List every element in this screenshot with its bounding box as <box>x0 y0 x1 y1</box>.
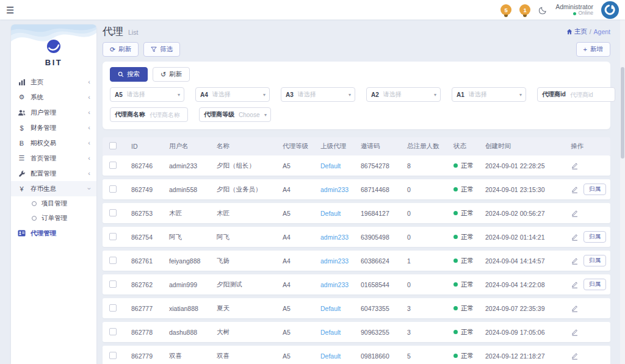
filter-row-1: A5请选择▾A4请选择▾A3请选择▾A2请选择▾A1请选择▾代理商id <box>110 87 603 102</box>
filter-button[interactable]: 筛选 <box>143 42 180 57</box>
scrollbar-thumb[interactable] <box>621 67 624 159</box>
column-header-状态: 状态 <box>448 142 480 151</box>
chevron-down-icon: ▾ <box>345 92 355 98</box>
edit-icon[interactable] <box>571 280 579 288</box>
online-dot-icon <box>573 12 576 15</box>
level-select-A4[interactable]: A4请选择▾ <box>195 87 270 102</box>
chevron-left-icon: ‹ <box>88 170 90 177</box>
chevron-down-icon: ▾ <box>174 92 184 98</box>
level-select-A1[interactable]: A1请选择▾ <box>452 87 526 102</box>
level-select-A5[interactable]: A5请选择▾ <box>110 87 184 102</box>
edit-icon[interactable] <box>571 185 579 193</box>
agent-id-input[interactable] <box>570 91 615 98</box>
parent-agent-link[interactable]: Default <box>315 162 355 170</box>
cell-id: 862754 <box>126 234 164 241</box>
row-checkbox[interactable] <box>109 304 117 312</box>
dark-mode-toggle-icon[interactable] <box>538 5 547 15</box>
status-badge: 正常 <box>448 162 480 170</box>
level-select-A2[interactable]: A2请选择▾ <box>366 87 441 102</box>
assign-button[interactable]: 归属 <box>583 231 606 243</box>
reset-button[interactable]: ↺ 刷新 <box>153 67 190 82</box>
parent-agent-link[interactable]: Default <box>315 210 355 217</box>
sidebar-item-财务管理[interactable]: $财务管理‹ <box>11 120 96 135</box>
bullet-circle-icon <box>32 201 37 206</box>
sidebar-item-用户管理[interactable]: 用户管理‹ <box>11 105 96 120</box>
agent-level-select[interactable]: 代理商等级 Choose ▾ <box>199 107 271 122</box>
assign-button[interactable]: 归属 <box>583 279 606 290</box>
sidebar-item-系统[interactable]: ⚙系统‹ <box>11 90 96 105</box>
sidebar-subitem-label: 订单管理 <box>42 214 67 223</box>
page-subtitle: List <box>128 29 138 36</box>
agent-icon <box>17 230 26 237</box>
cell-level: A4 <box>277 257 315 265</box>
sidebar-toggle-icon[interactable]: ☰ <box>6 5 14 15</box>
edit-icon[interactable] <box>571 257 579 265</box>
edit-icon[interactable] <box>571 233 579 241</box>
avatar[interactable] <box>601 1 619 19</box>
parent-agent-link[interactable]: admin233 <box>315 186 355 193</box>
sidebar-item-存币生息[interactable]: ¥存币生息‹ <box>11 181 96 196</box>
refresh-icon: ⟳ <box>110 46 115 53</box>
row-actions <box>565 162 610 170</box>
notification-badge-2[interactable]: 1 <box>519 4 530 15</box>
cell-name: 阿飞 <box>211 233 277 241</box>
edit-icon[interactable] <box>571 328 579 336</box>
sidebar-subitem-订单管理[interactable]: 订单管理 <box>11 211 96 226</box>
page-title: 代理 <box>103 24 123 38</box>
cell-id: 862778 <box>126 329 164 336</box>
parent-agent-link[interactable]: Default <box>315 352 355 360</box>
plus-icon: + <box>583 46 587 53</box>
notification-badge-1[interactable]: 5 <box>500 4 511 15</box>
cell-registrations: 1 <box>402 257 448 265</box>
add-button[interactable]: + 新增 <box>576 42 610 57</box>
cell-invite-code: 60386624 <box>355 257 402 265</box>
row-checkbox[interactable] <box>109 352 117 359</box>
agent-name-input[interactable] <box>150 112 187 118</box>
select-all-checkbox[interactable] <box>109 142 117 149</box>
level-select-A3[interactable]: A3请选择▾ <box>281 87 355 102</box>
status-badge: 正常 <box>448 185 480 194</box>
row-checkbox[interactable] <box>109 328 117 335</box>
parent-agent-link[interactable]: admin233 <box>315 257 355 265</box>
sidebar-item-代理管理[interactable]: 代理管理 <box>11 226 96 241</box>
search-button[interactable]: 搜索 <box>110 67 148 82</box>
parent-agent-link[interactable]: Default <box>315 329 355 336</box>
cell-created: 2024-09-02 00:56:27 <box>480 210 565 217</box>
parent-agent-link[interactable]: Default <box>315 305 355 312</box>
row-checkbox[interactable] <box>109 162 117 169</box>
user-menu[interactable]: Administrator Online <box>555 3 593 16</box>
breadcrumb-home-link[interactable]: 主页 <box>566 27 587 36</box>
table-row: 862746admin233夕阳（组长）A5Default867542788正常… <box>103 155 610 176</box>
row-checkbox[interactable] <box>109 185 117 193</box>
cell-name: 飞扬 <box>211 257 277 265</box>
cell-registrations: 0 <box>402 210 448 217</box>
edit-icon[interactable] <box>571 352 579 360</box>
row-checkbox[interactable] <box>109 280 117 288</box>
cell-level: A4 <box>277 234 315 241</box>
status-badge: 正常 <box>448 233 480 241</box>
sidebar-subitem-项目管理[interactable]: 项目管理 <box>11 196 96 211</box>
sidebar-item-配置管理[interactable]: 配置管理‹ <box>11 166 96 181</box>
row-actions: 归属 <box>565 184 610 195</box>
parent-agent-link[interactable]: admin233 <box>315 281 355 288</box>
agent-id-field[interactable]: 代理商id <box>537 87 615 102</box>
edit-icon[interactable] <box>571 162 579 170</box>
sidebar-item-主页[interactable]: 主页‹ <box>11 74 96 90</box>
wrench-icon <box>17 170 26 177</box>
edit-icon[interactable] <box>571 304 579 312</box>
agent-name-field[interactable]: 代理商名称 <box>110 107 188 122</box>
refresh-button[interactable]: ⟳ 刷新 <box>103 42 139 57</box>
breadcrumb-current[interactable]: Agent <box>594 28 610 35</box>
parent-agent-link[interactable]: admin233 <box>315 234 355 241</box>
assign-button[interactable]: 归属 <box>583 184 606 195</box>
cell-id: 862761 <box>126 257 164 265</box>
sidebar-item-期权交易[interactable]: Ƀ期权交易‹ <box>11 135 96 151</box>
row-checkbox[interactable] <box>109 209 117 216</box>
row-checkbox[interactable] <box>109 233 117 240</box>
edit-icon[interactable] <box>571 209 579 217</box>
column-header-创建时间: 创建时间 <box>480 142 565 151</box>
cell-username: admin233 <box>164 162 211 170</box>
row-checkbox[interactable] <box>109 257 117 264</box>
sidebar-item-首页管理[interactable]: ☰首页管理‹ <box>11 151 96 166</box>
assign-button[interactable]: 归属 <box>583 255 606 266</box>
